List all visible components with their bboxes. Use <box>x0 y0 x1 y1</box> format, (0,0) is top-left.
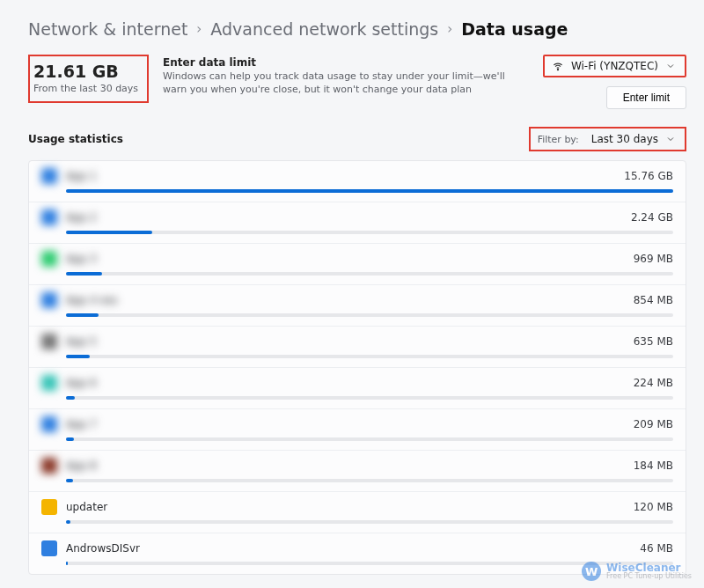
data-limit-block: Enter data limit Windows can help you tr… <box>163 55 529 97</box>
app-usage: 46 MB <box>640 542 673 555</box>
usage-statistics-label: Usage statistics <box>28 133 123 145</box>
app-name: App 4 ess <box>66 294 625 306</box>
usage-bar <box>66 355 673 358</box>
usage-bar-fill <box>66 189 673 193</box>
usage-bar <box>66 272 673 276</box>
app-usage: 635 MB <box>634 335 673 348</box>
usage-bar-fill <box>66 437 74 441</box>
enter-limit-button[interactable]: Enter limit <box>606 86 686 109</box>
app-name: App 7 <box>66 418 625 430</box>
app-name: App 8 <box>66 459 625 472</box>
app-usage: 854 MB <box>634 294 673 306</box>
total-usage-value: 21.61 GB <box>33 62 138 81</box>
app-name: App 2 <box>66 211 622 224</box>
usage-row: App 8184 MB <box>29 451 686 492</box>
usage-row: App 7209 MB <box>29 409 686 451</box>
app-name: AndrowsDISvr <box>66 542 631 555</box>
chevron-down-icon <box>665 134 676 144</box>
app-icon <box>41 209 57 225</box>
app-usage: 120 MB <box>634 501 673 513</box>
usage-bar <box>66 189 673 193</box>
usage-bar-fill <box>66 520 70 524</box>
total-usage-subtext: From the last 30 days <box>33 83 138 94</box>
svg-point-0 <box>557 70 558 70</box>
usage-bar-fill <box>66 272 102 276</box>
usage-bar <box>66 520 673 524</box>
watermark-tag: Free PC Tune-up Utilities <box>606 573 692 580</box>
usage-row: App 5635 MB <box>29 327 686 368</box>
usage-row: App 6224 MB <box>29 368 686 409</box>
app-icon <box>41 292 57 308</box>
filter-value: Last 30 days <box>591 133 658 145</box>
filter-by-label: Filter by: <box>538 134 579 145</box>
watermark: W WiseCleaner Free PC Tune-up Utilities <box>582 562 692 581</box>
app-name: App 6 <box>66 377 625 389</box>
usage-row: updater120 MB <box>29 492 686 533</box>
filter-group: Filter by: Last 30 days <box>529 127 686 151</box>
data-limit-desc: Windows can help you track data usage to… <box>163 70 529 97</box>
app-icon <box>41 168 57 184</box>
usage-bar-fill <box>66 231 152 234</box>
app-name: App 3 <box>66 253 625 265</box>
app-usage: 184 MB <box>634 459 673 472</box>
usage-bar <box>66 231 673 234</box>
app-usage: 209 MB <box>634 418 673 430</box>
breadcrumb-mid[interactable]: Advanced network settings <box>210 19 438 39</box>
usage-row: App 22.24 GB <box>29 202 686 244</box>
breadcrumb-root[interactable]: Network & internet <box>28 19 187 39</box>
data-limit-title: Enter data limit <box>163 56 529 69</box>
app-icon <box>41 540 57 556</box>
app-name: App 1 <box>66 170 615 182</box>
usage-row: App 3969 MB <box>29 244 686 285</box>
app-usage: 2.24 GB <box>631 211 673 224</box>
wifi-icon <box>552 60 564 72</box>
usage-bar-fill <box>66 562 68 565</box>
app-usage: 224 MB <box>634 377 673 389</box>
watermark-logo-icon: W <box>582 562 601 581</box>
app-icon <box>41 375 57 391</box>
app-icon <box>41 334 57 349</box>
app-name: App 5 <box>66 335 625 348</box>
network-label: Wi-Fi (YNZQTEC) <box>571 60 658 72</box>
app-usage: 15.76 GB <box>624 170 673 182</box>
app-icon <box>41 251 57 267</box>
usage-bar <box>66 396 673 400</box>
breadcrumb-current: Data usage <box>461 19 568 39</box>
usage-bar-fill <box>66 313 99 317</box>
usage-bar-fill <box>66 355 90 358</box>
filter-selector[interactable]: Last 30 days <box>588 131 679 147</box>
breadcrumb: Network & internet › Advanced network se… <box>28 19 686 39</box>
app-icon <box>41 458 57 474</box>
chevron-right-icon: › <box>447 21 452 37</box>
usage-bar-fill <box>66 479 73 482</box>
usage-bar <box>66 313 673 317</box>
usage-bar <box>66 437 673 441</box>
total-usage-box: 21.61 GB From the last 30 days <box>28 55 149 103</box>
app-icon <box>41 416 57 432</box>
usage-bar <box>66 479 673 482</box>
app-icon <box>41 499 57 515</box>
network-selector[interactable]: Wi-Fi (YNZQTEC) <box>543 55 686 77</box>
usage-bar-fill <box>66 396 75 400</box>
app-name: updater <box>66 501 625 513</box>
usage-list: App 115.76 GBApp 22.24 GBApp 3969 MBApp … <box>28 160 686 575</box>
chevron-down-icon <box>665 61 676 71</box>
usage-row: App 4 ess854 MB <box>29 285 686 327</box>
chevron-right-icon: › <box>196 21 202 37</box>
usage-row: App 115.76 GB <box>29 161 686 202</box>
app-usage: 969 MB <box>634 253 673 265</box>
